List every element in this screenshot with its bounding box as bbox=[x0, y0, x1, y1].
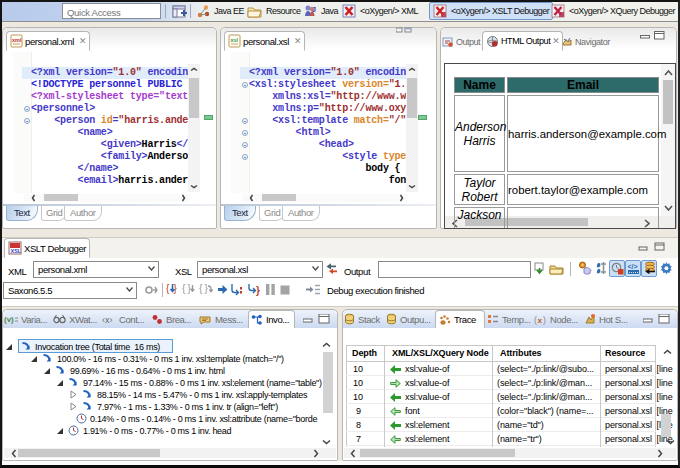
svg-text:</>: </> bbox=[628, 263, 638, 270]
svg-text:(v): (v) bbox=[4, 315, 14, 324]
svg-text:xsl: xsl bbox=[231, 37, 239, 43]
svg-text:{: { bbox=[199, 283, 203, 294]
svg-text:XSL: XSL bbox=[11, 248, 22, 254]
svg-text:{: { bbox=[182, 283, 186, 294]
svg-text:): ) bbox=[543, 315, 546, 325]
svg-text:}: } bbox=[205, 283, 209, 294]
svg-text:}: } bbox=[188, 283, 192, 294]
svg-text:J: J bbox=[312, 6, 316, 13]
svg-text:xml: xml bbox=[12, 37, 22, 43]
svg-text:‹x›: ‹x› bbox=[102, 315, 113, 325]
svg-text:x: x bbox=[538, 316, 543, 325]
svg-text:}: } bbox=[174, 283, 178, 294]
svg-text:}: } bbox=[256, 285, 260, 296]
svg-text:{: { bbox=[166, 283, 170, 294]
